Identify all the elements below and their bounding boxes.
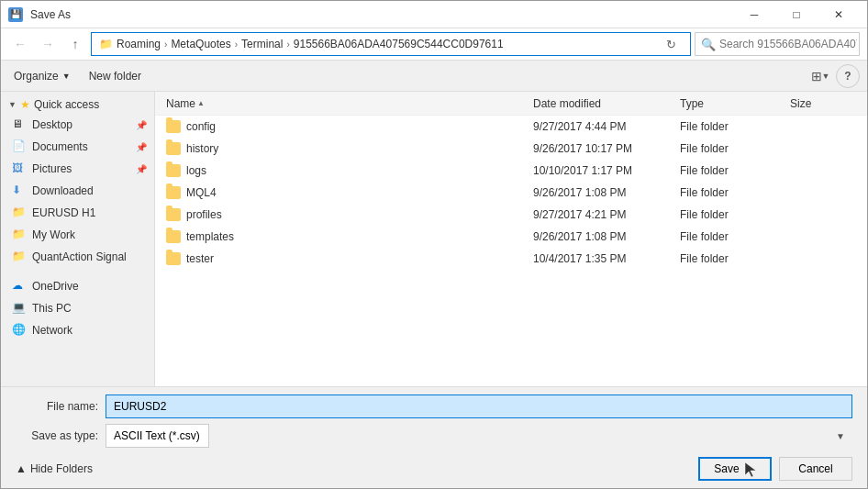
addressbar[interactable]: 📁 Roaming › MetaQuotes › Terminal › 9155… — [91, 32, 691, 56]
folder-icon: 📁 — [12, 250, 27, 264]
view-button[interactable]: ⊞ ▼ — [808, 64, 832, 88]
quick-access-header[interactable]: ▼ ★ Quick access — [1, 95, 154, 114]
pin-icon: 📌 — [136, 164, 147, 174]
table-row[interactable]: tester 10/4/2017 1:35 PM File folder — [155, 248, 867, 270]
table-row[interactable]: templates 9/26/2017 1:08 PM File folder — [155, 226, 867, 248]
forward-button[interactable]: → — [36, 32, 60, 56]
file-type: File folder — [676, 208, 786, 221]
col-size-label: Size — [790, 97, 811, 110]
addressbar-path: Roaming › MetaQuotes › Terminal › 915566… — [117, 38, 655, 50]
file-type: File folder — [676, 120, 786, 133]
sidebar-item-mywork[interactable]: 📁 My Work — [1, 224, 154, 246]
folder-icon: 📁 — [12, 228, 27, 242]
col-date-header[interactable]: Date modified — [529, 97, 676, 110]
organize-button[interactable]: Organize ▼ — [8, 67, 76, 85]
file-name-cell: logs — [162, 164, 529, 177]
help-button[interactable]: ? — [836, 64, 860, 88]
sidebar-item-label: Downloaded — [32, 184, 147, 197]
file-name: MQL4 — [186, 186, 217, 199]
path-metaquotes: MetaQuotes — [171, 38, 230, 50]
sidebar-item-downloaded[interactable]: ⬇ Downloaded — [1, 180, 154, 202]
sidebar-item-label: Documents — [32, 140, 130, 153]
searchbar[interactable]: 🔍 — [695, 32, 860, 56]
hide-folders-icon: ▲ — [16, 462, 27, 475]
sidebar-item-thispc[interactable]: 💻 This PC — [1, 297, 154, 319]
col-name-label: Name — [166, 97, 195, 110]
quick-access-label: Quick access — [34, 98, 99, 111]
filename-row: File name: — [16, 395, 852, 418]
table-row[interactable]: logs 10/10/2017 1:17 PM File folder — [155, 160, 867, 182]
save-button[interactable]: Save — [698, 457, 772, 481]
table-row[interactable]: profiles 9/27/2017 4:21 PM File folder — [155, 204, 867, 226]
organize-arrow-icon: ▼ — [62, 72, 71, 81]
path-terminal: Terminal — [241, 38, 283, 50]
quick-access-section: ▼ ★ Quick access 🖥 Desktop 📌 📄 Documents… — [1, 95, 154, 268]
desktop-icon: 🖥 — [12, 117, 27, 132]
file-type: File folder — [676, 142, 786, 155]
toolbar: Organize ▼ New folder ⊞ ▼ ? — [1, 61, 867, 92]
sidebar-item-label: OneDrive — [32, 280, 147, 293]
file-date: 10/4/2017 1:35 PM — [529, 252, 676, 265]
organize-label: Organize — [14, 70, 59, 83]
downloads-icon: ⬇ — [12, 183, 27, 198]
file-date: 9/27/2017 4:44 PM — [529, 120, 676, 133]
file-date: 10/10/2017 1:17 PM — [529, 164, 676, 177]
titlebar-controls: ─ □ ✕ — [733, 1, 860, 28]
savetype-select[interactable]: ASCII Text (*.csv) — [106, 424, 209, 448]
search-input[interactable] — [719, 38, 857, 50]
file-name-cell: MQL4 — [162, 186, 529, 199]
file-name-cell: config — [162, 120, 529, 133]
table-row[interactable]: history 9/26/2017 10:17 PM File folder — [155, 138, 867, 160]
back-button[interactable]: ← — [8, 32, 32, 56]
view-arrow-icon: ▼ — [822, 72, 830, 81]
sidebar-item-desktop[interactable]: 🖥 Desktop 📌 — [1, 114, 154, 136]
cursor-icon — [743, 461, 756, 477]
file-name: profiles — [186, 208, 222, 221]
save-label: Save — [714, 462, 739, 475]
up-button[interactable]: ↑ — [63, 32, 87, 56]
pin-icon: 📌 — [136, 142, 147, 152]
col-size-header[interactable]: Size — [786, 97, 860, 110]
refresh-button[interactable]: ↻ — [659, 32, 683, 56]
sidebar-item-label: This PC — [32, 302, 147, 315]
file-name: config — [186, 120, 216, 133]
svg-marker-0 — [745, 462, 756, 477]
address-icon: 📁 — [99, 38, 113, 50]
col-name-header[interactable]: Name ▲ — [162, 97, 529, 110]
new-folder-button[interactable]: New folder — [83, 67, 147, 85]
savetype-row: Save as type: ASCII Text (*.csv) ▼ — [16, 424, 852, 448]
sidebar-item-onedrive[interactable]: ☁ OneDrive — [1, 275, 154, 297]
maximize-button[interactable]: □ — [775, 1, 818, 28]
sidebar-item-network[interactable]: 🌐 Network — [1, 319, 154, 341]
table-row[interactable]: config 9/27/2017 4:44 PM File folder — [155, 116, 867, 138]
file-name-cell: history — [162, 142, 529, 155]
file-name: tester — [186, 252, 214, 265]
select-arrow-icon: ▼ — [836, 431, 845, 441]
sidebar-item-eurusd[interactable]: 📁 EURUSD H1 — [1, 202, 154, 224]
toolbar-right: ⊞ ▼ ? — [808, 64, 860, 88]
sidebar-item-quantaction[interactable]: 📁 QuantAction Signal — [1, 246, 154, 268]
view-icon: ⊞ — [811, 69, 822, 83]
col-date-label: Date modified — [533, 97, 601, 110]
sidebar-item-documents[interactable]: 📄 Documents 📌 — [1, 136, 154, 158]
sidebar-item-pictures[interactable]: 🖼 Pictures 📌 — [1, 158, 154, 180]
path-roaming: Roaming — [117, 38, 161, 50]
table-row[interactable]: MQL4 9/26/2017 1:08 PM File folder — [155, 182, 867, 204]
titlebar-left: 💾 Save As — [8, 7, 71, 22]
folder-icon — [166, 142, 181, 155]
col-type-label: Type — [680, 97, 704, 110]
sidebar: ▼ ★ Quick access 🖥 Desktop 📌 📄 Documents… — [1, 92, 155, 386]
close-button[interactable]: ✕ — [818, 1, 860, 28]
hide-folders-button[interactable]: ▲ Hide Folders — [16, 462, 93, 475]
save-as-dialog: 💾 Save As ─ □ ✕ ← → ↑ 📁 Roaming › MetaQu… — [0, 0, 868, 489]
file-date: 9/26/2017 10:17 PM — [529, 142, 676, 155]
file-type: File folder — [676, 252, 786, 265]
minimize-button[interactable]: ─ — [733, 1, 775, 28]
file-area: Name ▲ Date modified Type Size config — [155, 92, 867, 386]
col-type-header[interactable]: Type — [676, 97, 786, 110]
file-list-header: Name ▲ Date modified Type Size — [155, 92, 867, 116]
sidebar-item-label: QuantAction Signal — [32, 250, 147, 263]
file-name: history — [186, 142, 218, 155]
filename-input[interactable] — [106, 395, 852, 418]
cancel-button[interactable]: Cancel — [779, 457, 852, 481]
